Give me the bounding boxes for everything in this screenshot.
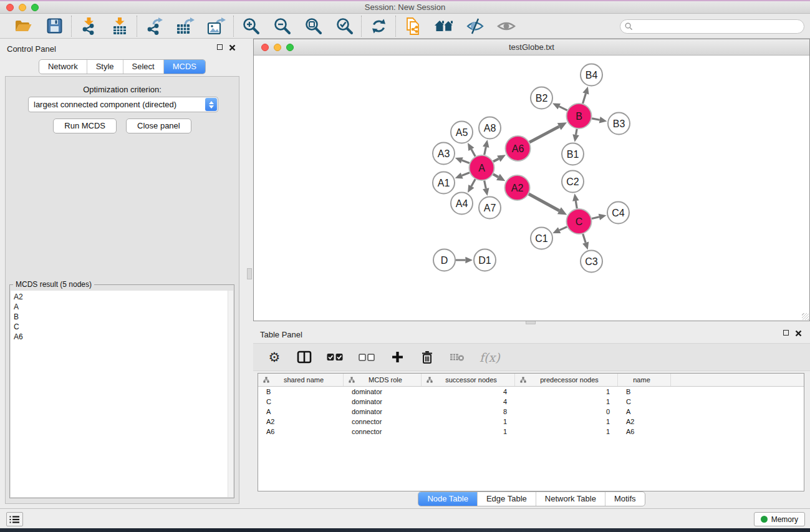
zoom-window-button[interactable] <box>31 4 39 11</box>
zoom-in-button[interactable] <box>240 16 261 36</box>
zoom-selected-button[interactable] <box>334 16 355 36</box>
network-canvas[interactable]: B4B2BB3A8A5A6A3B1AC2A1A2A4A7C4CC1DD1C3 <box>254 56 809 321</box>
vertical-split-handle[interactable] <box>247 268 252 279</box>
function-builder-button[interactable]: f(x) <box>480 349 500 366</box>
open-session-button[interactable] <box>12 16 34 36</box>
search-field[interactable] <box>620 19 804 34</box>
show-panels-button[interactable] <box>496 16 517 36</box>
table-row[interactable]: Cdominator41C <box>258 397 804 407</box>
graph-node-A6[interactable]: A6 <box>506 136 531 161</box>
table-row[interactable]: Adominator80A <box>258 407 804 417</box>
delete-column-button[interactable] <box>420 349 435 366</box>
column-header[interactable]: MCDS role <box>344 374 422 386</box>
float-panel-icon[interactable] <box>217 44 223 50</box>
hide-all-columns-button[interactable] <box>359 349 375 366</box>
search-input[interactable] <box>635 21 804 32</box>
graph-edge-A-A3[interactable] <box>462 160 470 163</box>
graph-node-B2[interactable]: B2 <box>531 87 552 109</box>
graph-edge-C-C3[interactable] <box>583 234 586 243</box>
hide-panels-button[interactable] <box>465 16 486 36</box>
graph-node-A7[interactable]: A7 <box>479 197 501 219</box>
graph-node-B[interactable]: B <box>567 104 592 128</box>
minimize-window-button[interactable] <box>19 4 26 11</box>
graph-node-A2[interactable]: A2 <box>505 175 530 200</box>
tab-node-table[interactable]: Node Table <box>418 492 477 506</box>
refresh-button[interactable] <box>368 16 389 36</box>
graph-node-B1[interactable]: B1 <box>562 143 584 165</box>
graph-edge-A-A6[interactable] <box>493 158 499 162</box>
network-graph[interactable]: B4B2BB3A8A5A6A3B1AC2A1A2A4A7C4CC1DD1C3 <box>254 56 809 321</box>
close-panel-icon[interactable] <box>229 44 236 51</box>
graph-edge-A-A8[interactable] <box>485 147 486 155</box>
graph-edge-C-C2[interactable] <box>576 201 577 208</box>
memory-button[interactable]: Memory <box>754 512 805 526</box>
tab-select[interactable]: Select <box>123 60 163 74</box>
create-column-button[interactable] <box>390 349 405 366</box>
home-button[interactable] <box>433 16 455 36</box>
graph-edge-A-A2[interactable] <box>493 174 498 177</box>
network-window-titlebar[interactable]: testGlobe.txt <box>254 39 809 56</box>
criterion-dropdown[interactable]: largest connected component (directed) <box>28 97 218 112</box>
result-item[interactable]: A <box>14 302 233 312</box>
column-header[interactable]: predecessor nodes <box>515 374 618 386</box>
tab-network-table[interactable]: Network Table <box>536 492 605 506</box>
graph-edge-A-A5[interactable] <box>471 149 475 156</box>
graph-node-B4[interactable]: B4 <box>581 64 602 86</box>
close-network-button[interactable] <box>261 44 269 51</box>
table-settings-button[interactable]: ⚙ <box>267 349 282 366</box>
delete-table-button[interactable] <box>450 349 465 366</box>
graph-node-C3[interactable]: C3 <box>581 251 602 273</box>
tab-edge-table[interactable]: Edge Table <box>477 492 536 506</box>
graph-edge-A2-C[interactable] <box>529 194 559 211</box>
graph-edge-A-A7[interactable] <box>485 181 486 189</box>
tab-motifs[interactable]: Motifs <box>605 492 645 506</box>
column-header[interactable]: successor nodes <box>422 374 515 386</box>
node-table[interactable]: shared nameMCDS rolesuccessor nodesprede… <box>258 373 804 491</box>
import-network-button[interactable] <box>78 16 99 36</box>
split-view-button[interactable] <box>297 349 312 366</box>
table-row[interactable]: A2connector11A2 <box>258 417 804 427</box>
graph-edge-C-C4[interactable] <box>592 217 599 219</box>
resize-grip-icon[interactable] <box>802 313 809 320</box>
export-image-button[interactable] <box>206 16 227 36</box>
graph-node-D[interactable]: D <box>433 249 455 271</box>
result-item[interactable]: B <box>14 312 233 322</box>
graph-node-C[interactable]: C <box>567 209 592 234</box>
import-table-button[interactable] <box>109 16 130 36</box>
save-session-button[interactable] <box>44 16 65 36</box>
graph-node-A5[interactable]: A5 <box>451 122 473 143</box>
close-window-button[interactable] <box>6 4 14 11</box>
graph-node-A8[interactable]: A8 <box>479 117 501 139</box>
graph-edge-A6-B[interactable] <box>529 127 559 142</box>
graph-edge-B-B1[interactable] <box>576 129 577 135</box>
result-item[interactable]: C <box>14 322 233 332</box>
graph-edge-A-A1[interactable] <box>462 173 470 176</box>
graph-edge-A-A4[interactable] <box>471 179 475 186</box>
column-header[interactable]: shared name <box>258 374 344 386</box>
graph-node-C1[interactable]: C1 <box>531 228 552 249</box>
graph-edge-B-B2[interactable] <box>559 107 567 110</box>
export-table-button[interactable] <box>175 16 196 36</box>
graph-node-A4[interactable]: A4 <box>451 193 473 215</box>
graph-edge-C-C1[interactable] <box>559 227 567 231</box>
close-table-panel-icon[interactable] <box>795 330 802 337</box>
zoom-network-button[interactable] <box>286 44 294 51</box>
table-row[interactable]: Bdominator41B <box>258 387 804 397</box>
column-header[interactable]: name <box>618 374 671 386</box>
graph-node-B3[interactable]: B3 <box>608 113 630 135</box>
result-scrollbar[interactable] <box>228 291 233 497</box>
graph-edge-B-B3[interactable] <box>592 118 600 120</box>
graph-node-A3[interactable]: A3 <box>433 143 455 165</box>
tab-mcds[interactable]: MCDS <box>163 60 205 74</box>
float-table-panel-icon[interactable] <box>783 330 789 336</box>
minimize-network-button[interactable] <box>274 44 281 51</box>
export-network-button[interactable] <box>143 16 165 36</box>
graph-node-C4[interactable]: C4 <box>607 202 629 224</box>
clone-network-button[interactable] <box>402 16 423 36</box>
graph-node-C2[interactable]: C2 <box>562 171 584 193</box>
task-history-button[interactable] <box>6 512 23 526</box>
tab-style[interactable]: Style <box>87 60 123 74</box>
close-panel-button[interactable]: Close panel <box>126 118 191 133</box>
run-mcds-button[interactable]: Run MCDS <box>53 118 117 133</box>
table-row[interactable]: A6connector11A6 <box>258 427 804 437</box>
